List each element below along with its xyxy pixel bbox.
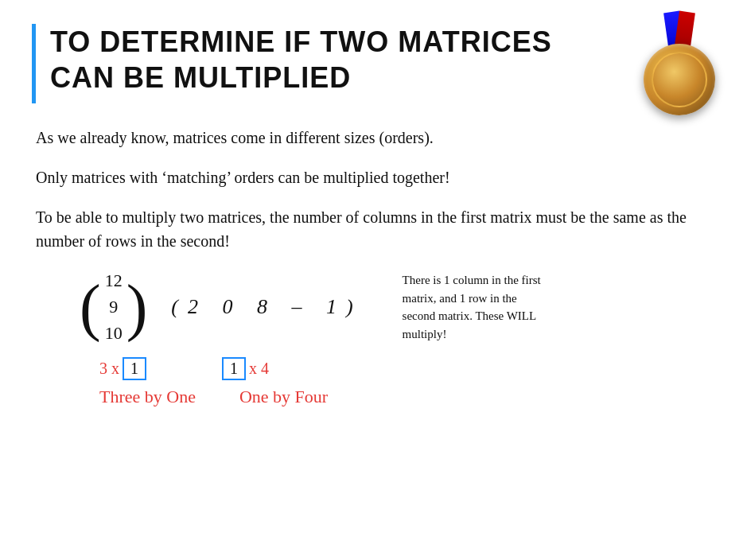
title-line1: TO DETERMINE IF TWO MATRICES <box>50 25 552 58</box>
bracket-left: ( <box>80 275 101 339</box>
vector-label: One by Four <box>239 387 328 407</box>
vector-dim-box: 1 <box>222 357 246 380</box>
matrix-cell-1: 12 <box>105 269 123 294</box>
paragraph-1: As we already know, matrices come in dif… <box>32 126 715 150</box>
column-matrix: ( 12 9 10 ) <box>80 269 147 345</box>
matrix-dim-prefix: 3 x <box>99 360 119 378</box>
medal-circle <box>644 44 715 115</box>
title-section: TO DETERMINE IF TWO MATRICES CAN BE MULT… <box>32 24 715 103</box>
matrix-dim-box: 1 <box>123 357 146 380</box>
bracket-right: ) <box>126 275 148 339</box>
matrix-cell-3: 10 <box>105 321 123 346</box>
paragraph-2: Only matrices with ‘matching’ orders can… <box>32 165 715 189</box>
math-section: ( 12 9 10 ) (2 0 8 – 1) There is 1 colum… <box>80 269 715 345</box>
matrix-label: Three by One <box>99 387 196 407</box>
page: TO DETERMINE IF TWO MATRICES CAN BE MULT… <box>0 0 747 560</box>
medal <box>636 12 723 115</box>
named-labels: Three by One One by Four <box>99 387 715 407</box>
matrix-cell-2: 9 <box>109 295 118 320</box>
title-bar <box>32 24 36 103</box>
row-vector: (2 0 8 – 1) <box>171 295 362 319</box>
dimension-labels: 3 x 1 1 x 4 <box>99 357 715 380</box>
annotation-text: There is 1 column in the first matrix, a… <box>403 271 546 343</box>
matrix-values: 12 9 10 <box>105 269 123 345</box>
label-gap <box>196 387 239 407</box>
paragraph-3: To be able to multiply two matrices, the… <box>32 205 715 253</box>
vector-dim-suffix: x 4 <box>249 360 269 378</box>
medal-inner <box>652 52 707 107</box>
title-text: TO DETERMINE IF TWO MATRICES CAN BE MULT… <box>50 24 552 95</box>
title-line2: CAN BE MULTIPLIED <box>50 61 351 94</box>
